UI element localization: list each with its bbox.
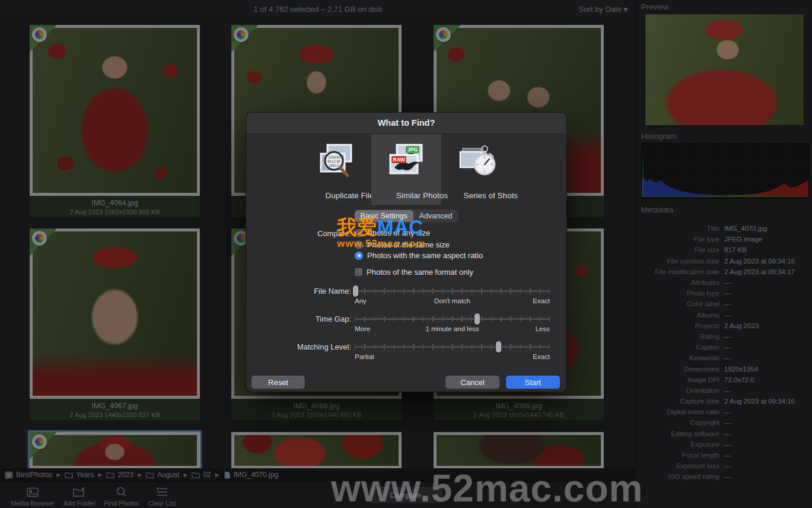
settings-tabs: Basic Settings Advanced (246, 209, 566, 223)
radio-unselected-icon[interactable] (355, 241, 363, 249)
svg-text:011110: 011110 (327, 159, 340, 163)
mode-series-of-shots[interactable]: Series of Shots (441, 134, 511, 205)
mode-duplicate-files[interactable]: 11010101111010011 Duplicate Files (301, 134, 371, 205)
start-button[interactable]: Start (506, 376, 560, 389)
file-name-slider-label: File Name: (246, 287, 351, 296)
matching-level-slider-knob[interactable] (496, 341, 501, 353)
tab-basic-settings[interactable]: Basic Settings (355, 210, 413, 222)
series-of-shots-icon (457, 144, 496, 180)
file-name-slider-knob[interactable] (353, 285, 358, 297)
what-to-find-dialog: What to Find? 11010101111010011 Duplicat… (246, 113, 566, 392)
option-same-aspect-ratio[interactable]: Photos with the same aspect ratio (355, 251, 483, 260)
radio-selected-icon[interactable] (355, 252, 363, 260)
option-same-size[interactable]: Photos of the same size (355, 240, 450, 249)
mode-similar-photos[interactable]: JPG RAW Similar Photos (371, 134, 441, 205)
option-same-format-only[interactable]: Photos of the same format only (355, 268, 473, 277)
matching-level-slider[interactable] (355, 341, 550, 353)
matching-level-slider-label: Matching Level: (246, 342, 351, 351)
radio-unselected-icon[interactable] (355, 229, 363, 237)
similar-photos-icon: JPG RAW (387, 144, 425, 180)
checkbox-unchecked-icon[interactable] (355, 268, 362, 276)
raw-badge: RAW (393, 157, 406, 163)
time-gap-slider-label: Time Gap: (246, 315, 351, 323)
option-any-size[interactable]: Photos of any size (355, 228, 430, 237)
svg-text:110101: 110101 (328, 155, 341, 159)
svg-text:10011: 10011 (329, 163, 339, 167)
duplicate-files-icon: 11010101111010011 (317, 144, 355, 180)
reset-button[interactable]: Reset (251, 376, 305, 389)
dialog-title: What to Find? (246, 113, 566, 134)
time-gap-slider-knob[interactable] (475, 313, 480, 325)
jpg-badge: JPG (407, 147, 418, 153)
compare-label: Compare: (246, 229, 351, 238)
cancel-button[interactable]: Cancel (445, 376, 499, 389)
find-mode-selector: 11010101111010011 Duplicate Files JPG RA… (246, 134, 566, 206)
time-gap-slider[interactable] (355, 313, 550, 325)
file-name-slider[interactable] (355, 285, 550, 297)
tab-advanced[interactable]: Advanced (413, 210, 458, 222)
photosweeper-window: 1 of 4 762 selected – 2,71 GB on disk So… (0, 0, 812, 508)
